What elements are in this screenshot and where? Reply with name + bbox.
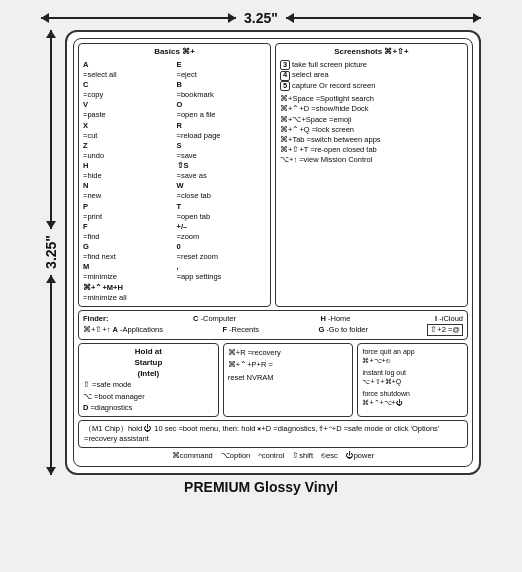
shortcut-row: ⌥+↑ =view Mission Control — [280, 155, 463, 165]
basics-title: Basics ⌘+ — [83, 47, 266, 58]
finder-app-shortcut: ⌘+⇧+↑ A -Applications — [83, 325, 163, 335]
diagnostics-label: =diagnostics — [90, 402, 132, 413]
force-quit-section: force quit an app ⌘+⌥+⎋ — [362, 347, 463, 366]
force-shutdown-keys: ⌘+⌃+⌥+⏻ — [362, 398, 463, 408]
basics-item: C =copy — [83, 80, 173, 100]
shortcut-row: ⌘+⇧+T =re-open closed tab — [280, 145, 463, 155]
ss-row-4: 4 select area — [280, 70, 463, 81]
legend-esc: ⎋esc — [321, 451, 338, 461]
legend-cmd: ⌘command — [172, 451, 213, 461]
dimension-left: 3.25" — [41, 30, 61, 475]
instant-logout-keys: ⌥+⇧+⌘+Q — [362, 377, 463, 387]
startup-box: Hold atStartup(Intel) ⇧ =safe mode ⌥ =bo… — [78, 343, 219, 417]
safe-mode-icon: ⇧ — [83, 379, 90, 390]
force-quit-keys: ⌘+⌥+⎋ — [362, 356, 463, 366]
force-quit-title: force quit an app — [362, 347, 463, 356]
ss-desc-5: capture Or record screen — [292, 81, 375, 92]
vertical-arrow-top — [50, 30, 52, 229]
basics-item: X =cut — [83, 121, 173, 141]
finder-at: ⇧+2 =@ — [427, 324, 463, 336]
middle-row: 3.25" Basics ⌘+ A =select all E =eject C… — [41, 30, 481, 475]
basics-item: G =find next — [83, 242, 173, 262]
bottom-section: Hold atStartup(Intel) ⇧ =safe mode ⌥ =bo… — [78, 343, 468, 417]
nvram-recovery: ⌘+R =recovery — [228, 347, 349, 358]
basics-item: Z =undo — [83, 141, 173, 161]
shortcut-row: ⌘+⌃+Q =lock screen — [280, 125, 463, 135]
basics-item: P =print — [83, 202, 173, 222]
instant-logout-title: instant log out — [362, 368, 463, 377]
ss-num-5: 5 — [280, 81, 290, 91]
basics-item: 0 =reset zoom — [177, 242, 267, 262]
legend-ctrl: ^control — [258, 451, 284, 461]
basics-item: B =bookmark — [177, 80, 267, 100]
basics-item: V =paste — [83, 100, 173, 120]
force-box: force quit an app ⌘+⌥+⎋ instant log out … — [357, 343, 468, 417]
basics-item-full: ⌘+⌃+M+H=minimize all — [83, 283, 266, 303]
finder-box: Finder: C -Computer H -Home I -iCloud ⌘+… — [78, 310, 468, 340]
nvram-box: ⌘+R =recovery ⌘+⌃+P+R = reset NVRAM — [223, 343, 354, 417]
basics-item: , =app settings — [177, 262, 267, 282]
diagnostics-icon: D — [83, 402, 88, 413]
finder-recents: F -Recents — [222, 325, 259, 335]
vertical-arrow-bottom — [50, 275, 52, 474]
sticker: Basics ⌘+ A =select all E =eject C =copy… — [65, 30, 481, 475]
finder-go: G -Go to folder — [318, 325, 368, 335]
legend-row: ⌘command ⌥option ^control ⇧shift ⎋esc ⏻p… — [78, 451, 468, 461]
height-label: 3.25" — [43, 229, 59, 275]
legend-power: ⏻power — [346, 451, 374, 461]
basics-item: O =open a file — [177, 100, 267, 120]
basics-item: +/– =zoom — [177, 222, 267, 242]
basics-item: T =open tab — [177, 202, 267, 222]
nvram-reset-label: reset NVRAM — [228, 372, 349, 383]
finder-label: Finder: — [83, 314, 108, 324]
ss-row-3: 3 take full screen picture — [280, 60, 463, 71]
shortcut-row: ⌘+Space =Spotlight search — [280, 94, 463, 104]
shortcut-row: ⌘+⌃+D =show/hide Dock — [280, 104, 463, 114]
basics-item: ⇧S =save as — [177, 161, 267, 181]
basics-item: R =reload page — [177, 121, 267, 141]
dimension-top: 3.25" — [41, 10, 481, 26]
finder-home: H -Home — [320, 314, 350, 324]
outer-container: 3.25" 3.25" Basics ⌘+ A =select all E =e… — [11, 10, 511, 495]
startup-title: Hold atStartup(Intel) — [83, 347, 214, 379]
screenshots-title: Screenshots ⌘+⇧+ — [280, 47, 463, 58]
width-label: 3.25" — [236, 10, 286, 26]
ss-desc-3: take full screen picture — [292, 60, 367, 71]
horizontal-arrow-right — [286, 17, 481, 19]
ss-row-5: 5 capture Or record screen — [280, 81, 463, 92]
top-section: Basics ⌘+ A =select all E =eject C =copy… — [78, 43, 468, 307]
finder-computer: C -Computer — [193, 314, 236, 324]
sticker-inner: Basics ⌘+ A =select all E =eject C =copy… — [73, 38, 473, 467]
startup-diagnostics: D =diagnostics — [83, 402, 214, 413]
shortcuts-section: ⌘+Space =Spotlight search ⌘+⌃+D =show/hi… — [280, 94, 463, 165]
boot-manager-label: =boot manager — [94, 391, 145, 402]
nvram-reset: ⌘+⌃+P+R = — [228, 359, 349, 370]
m1-box: （M1 Chip）hold ⏻ 10 sec =boot menu, then:… — [78, 420, 468, 448]
basics-item: H =hide — [83, 161, 173, 181]
basics-item: E =eject — [177, 60, 267, 80]
finder-row: Finder: C -Computer H -Home I -iCloud — [83, 314, 463, 324]
ss-desc-4: select area — [292, 70, 329, 81]
legend-shift: ⇧shift — [292, 451, 313, 461]
instant-logout-section: instant log out ⌥+⇧+⌘+Q — [362, 368, 463, 387]
finder-icloud: I -iCloud — [435, 314, 463, 324]
basics-item: N =new — [83, 181, 173, 201]
ss-num-4: 4 — [280, 71, 290, 81]
basics-item: A =select all — [83, 60, 173, 80]
basics-item: F =find — [83, 222, 173, 242]
basics-box: Basics ⌘+ A =select all E =eject C =copy… — [78, 43, 271, 307]
finder-row-2: ⌘+⇧+↑ A -Applications F -Recents G -Go t… — [83, 324, 463, 336]
force-shutdown-title: force shutdown — [362, 389, 463, 398]
startup-boot-manager: ⌥ =boot manager — [83, 391, 214, 402]
footer-label: PREMIUM Glossy Vinyl — [184, 479, 338, 495]
shortcut-row: ⌘+Tab =switch between apps — [280, 135, 463, 145]
force-shutdown-section: force shutdown ⌘+⌃+⌥+⏻ — [362, 389, 463, 408]
basics-grid: A =select all E =eject C =copy B =bookma… — [83, 60, 266, 303]
footer-text: PREMIUM Glossy Vinyl — [184, 479, 338, 495]
screenshots-box: Screenshots ⌘+⇧+ 3 take full screen pict… — [275, 43, 468, 307]
shortcut-row: ⌘+⌥+Space =emoji — [280, 115, 463, 125]
horizontal-arrow — [41, 17, 236, 19]
safe-mode-label: =safe mode — [92, 379, 131, 390]
startup-safe-mode: ⇧ =safe mode — [83, 379, 214, 390]
basics-item: W =close tab — [177, 181, 267, 201]
